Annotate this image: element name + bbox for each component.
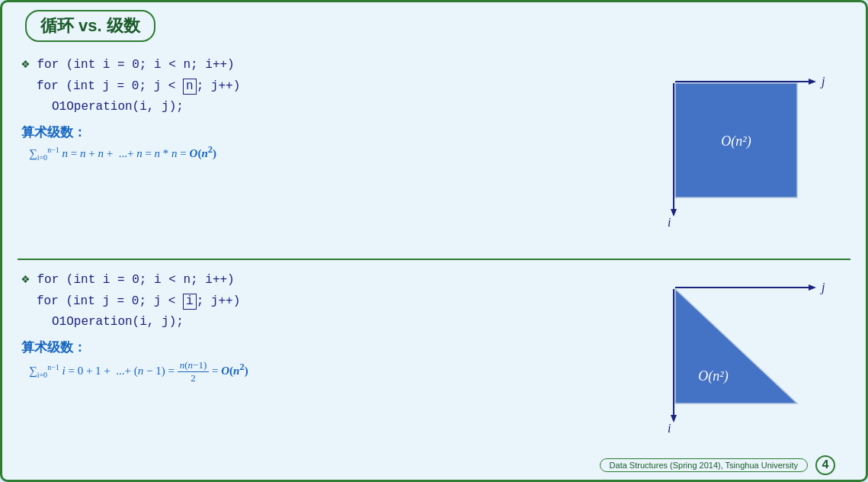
title-text: 循环 vs. 级数	[40, 16, 140, 35]
svg-marker-11	[809, 284, 816, 291]
slide-title: 循环 vs. 级数	[25, 10, 155, 42]
section1-left: ❖ for (int i = 0; i < n; i++) for (int j…	[21, 53, 637, 259]
svg-text:O(n²): O(n²)	[698, 368, 728, 384]
svg-text:i: i	[668, 216, 671, 229]
section1-label: 算术级数：	[21, 124, 629, 141]
section1-svg: O(n²) j i	[645, 76, 843, 236]
section2: ❖ for (int i = 0; i < n; i++) for (int j…	[2, 262, 866, 455]
svg-marker-14	[671, 415, 677, 423]
section1-code-line1: ❖ for (int i = 0; i < n; i++)	[21, 53, 629, 76]
section2-label: 算术级数：	[21, 339, 629, 356]
svg-text:O(n²): O(n²)	[721, 133, 751, 149]
section2-math: ∑i=0n−1 i = 0 + 1 + ...+ (n − 1) = n(n−1…	[29, 359, 629, 384]
section2-code-line2: for (int j = 0; j < i; j++)	[37, 291, 629, 312]
footer-text: Data Structures (Spring 2014), Tsinghua …	[600, 458, 808, 472]
section2-code-line1: ❖ for (int i = 0; i < n; i++)	[21, 268, 629, 291]
section1-diagram: O(n²) j i	[637, 53, 850, 259]
section-divider	[18, 259, 850, 260]
svg-marker-6	[671, 209, 677, 217]
section2-code-line3: O1Operation(i, j);	[52, 312, 629, 333]
svg-marker-8	[675, 289, 797, 403]
section1-code-line2: for (int j = 0; j < n; j++)	[37, 76, 629, 97]
section1: ❖ for (int i = 0; i < n; i++) for (int j…	[2, 47, 866, 259]
svg-text:j: j	[820, 76, 825, 88]
svg-text:i: i	[668, 422, 671, 435]
svg-text:j: j	[820, 281, 825, 294]
section1-code-line3: O1Operation(i, j);	[52, 97, 629, 117]
page-number: 4	[815, 455, 835, 475]
svg-marker-3	[809, 79, 816, 85]
slide: 循环 vs. 级数 ❖ for (int i = 0; i < n; i++) …	[0, 0, 868, 482]
section2-svg: O(n²) j i	[645, 281, 843, 442]
footer: Data Structures (Spring 2014), Tsinghua …	[600, 455, 835, 475]
section2-diagram: O(n²) j i	[637, 268, 850, 455]
section2-left: ❖ for (int i = 0; i < n; i++) for (int j…	[21, 268, 637, 455]
section1-math: ∑i=0n−1 n = n + n + ...+ n = n * n = O(n…	[29, 144, 629, 162]
